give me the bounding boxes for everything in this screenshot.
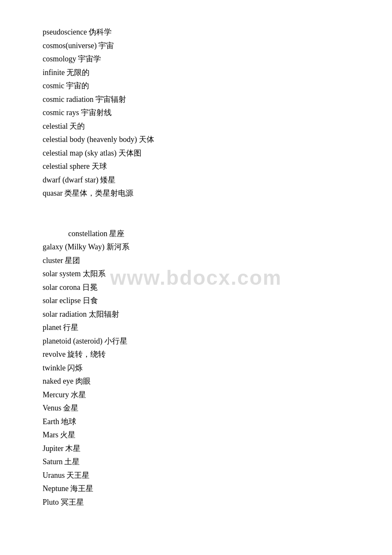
list-item: celestial 天的: [43, 120, 358, 133]
list-item: dwarf (dwarf star) 矮星: [43, 173, 358, 187]
blank-line: [43, 200, 358, 214]
main-content: pseudoscience 伪科学cosmos(universe) 宇宙cosm…: [43, 26, 358, 509]
list-item: naked eye 肉眼: [43, 375, 358, 388]
list-item: Neptune 海王星: [43, 482, 358, 496]
list-item: Venus 金星: [43, 402, 358, 415]
list-item: revolve 旋转，绕转: [43, 348, 358, 361]
list-item: celestial sphere 天球: [43, 160, 358, 173]
list-item: cluster 星团: [43, 254, 358, 268]
list-item: Mercury 水星: [43, 388, 358, 402]
list-item: solar radiation 太阳辐射: [43, 308, 358, 321]
list-item: planetoid (asteroid) 小行星: [43, 335, 358, 348]
list-item: solar eclipse 日食: [43, 294, 358, 308]
list-item: solar system 太阳系: [43, 267, 358, 281]
list-item: cosmic 宇宙的: [43, 79, 358, 93]
blank-line: [43, 214, 358, 227]
list-item: cosmic radiation 宇宙辐射: [43, 93, 358, 107]
list-item: pseudoscience 伪科学: [43, 26, 358, 39]
list-item: cosmos(universe) 宇宙: [43, 39, 358, 53]
list-item: Uranus 天王星: [43, 469, 358, 483]
list-item: solar corona 日冕: [43, 281, 358, 295]
list-item: Mars 火星: [43, 428, 358, 442]
list-item: celestial body (heavenly body) 天体: [43, 133, 358, 147]
list-item: cosmology 宇宙学: [43, 52, 358, 66]
list-item: celestial map (sky atlas) 天体图: [43, 147, 358, 160]
list-item: Pluto 冥王星: [43, 496, 358, 509]
list-item: constellation 星座: [43, 227, 358, 241]
list-item: infinite 无限的: [43, 66, 358, 80]
list-item: Saturn 土星: [43, 455, 358, 469]
list-item: quasar 类星体，类星射电源: [43, 187, 358, 200]
list-item: Jupiter 木星: [43, 442, 358, 456]
list-item: Earth 地球: [43, 415, 358, 429]
list-item: cosmic rays 宇宙射线: [43, 106, 358, 120]
list-item: twinkle 闪烁: [43, 361, 358, 375]
list-item: galaxy (Milky Way) 新河系: [43, 240, 358, 254]
list-item: planet 行星: [43, 321, 358, 335]
